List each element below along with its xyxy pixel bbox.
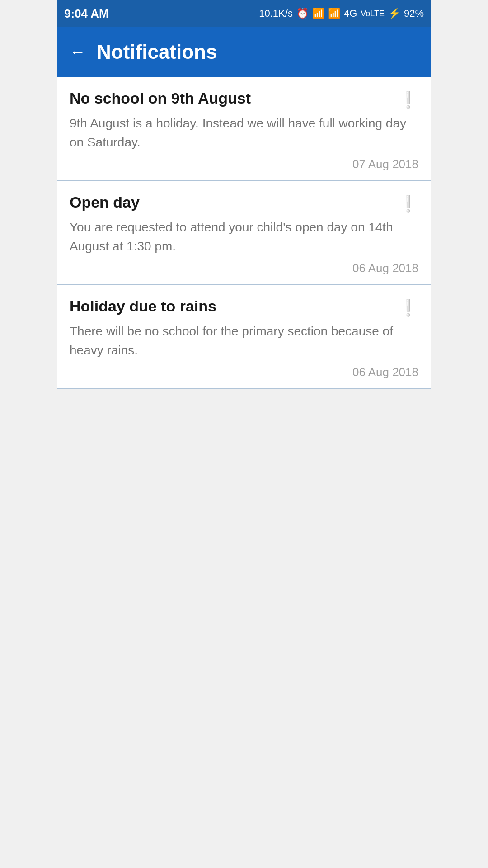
notification-item-3[interactable]: Holiday due to rains ❕ There will be no … [57, 285, 431, 389]
notification-body-1: 9th August is a holiday. Instead we will… [70, 114, 418, 152]
notification-title-2: Open day [70, 193, 398, 211]
charging-icon: ⚡ [388, 8, 400, 19]
signal-icon: 📶 [328, 8, 340, 19]
notification-date-1: 07 Aug 2018 [70, 157, 418, 171]
status-bar: 9:04 AM 10.1K/s ⏰ 📶 📶 4G VoLTE ⚡ 92% [57, 0, 431, 27]
notification-item-1[interactable]: No school on 9th August ❕ 9th August is … [57, 77, 431, 181]
priority-icon-2: ❕ [398, 194, 418, 213]
notification-item-2[interactable]: Open day ❕ You are requested to attend y… [57, 181, 431, 285]
speed-indicator: 10.1K/s [259, 8, 293, 19]
status-time: 9:04 AM [64, 7, 109, 21]
notification-date-2: 06 Aug 2018 [70, 261, 418, 275]
app-header: ← Notifications [57, 27, 431, 77]
empty-content-area [57, 389, 431, 841]
notification-title-3: Holiday due to rains [70, 297, 398, 315]
priority-icon-3: ❕ [398, 298, 418, 317]
status-icons: 10.1K/s ⏰ 📶 📶 4G VoLTE ⚡ 92% [259, 8, 424, 19]
notification-header-3: Holiday due to rains ❕ [70, 297, 418, 317]
battery-level: 92% [404, 8, 424, 19]
notification-body-2: You are requested to attend your child's… [70, 218, 418, 256]
page-title: Notifications [97, 41, 217, 63]
notification-list: No school on 9th August ❕ 9th August is … [57, 77, 431, 389]
notification-title-1: No school on 9th August [70, 90, 398, 107]
priority-icon-1: ❕ [398, 90, 418, 109]
back-button[interactable]: ← [70, 42, 86, 61]
wifi-icon: 📶 [312, 8, 324, 19]
alarm-icon: ⏰ [296, 8, 309, 19]
notification-body-3: There will be no school for the primary … [70, 322, 418, 360]
notification-date-3: 06 Aug 2018 [70, 365, 418, 379]
notification-header-1: No school on 9th August ❕ [70, 90, 418, 109]
notification-header-2: Open day ❕ [70, 193, 418, 213]
network-4g-icon: 4G [344, 8, 357, 19]
volte-icon: VoLTE [361, 9, 385, 19]
